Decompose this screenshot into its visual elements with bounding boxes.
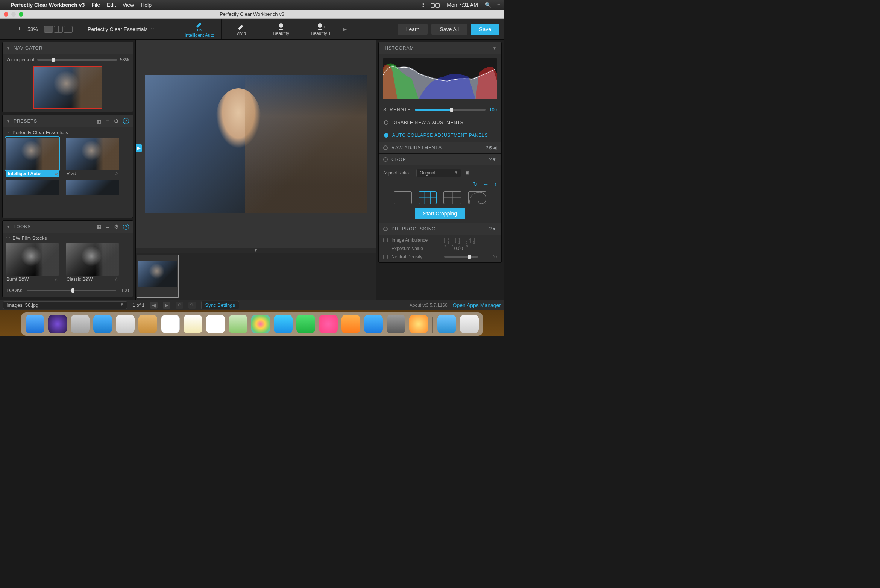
checkbox[interactable] xyxy=(383,238,388,242)
gear-icon[interactable]: ⚙ xyxy=(489,145,493,150)
auto-collapse-toggle[interactable]: AUTO COLLAPSE ADJUSTMENT PANELS xyxy=(379,129,501,142)
save-all-button[interactable]: Save All xyxy=(431,24,467,35)
preset-item-intelligent-auto[interactable]: Intelligent Auto☆ xyxy=(6,138,59,177)
spotlight-icon[interactable]: 🔍 xyxy=(485,2,491,8)
looks-strength-slider[interactable] xyxy=(27,290,117,291)
preset-thumbnail[interactable] xyxy=(6,180,59,195)
menubar-clock[interactable]: Mon 7:31 AM xyxy=(447,2,478,8)
presets-group-header[interactable]: ﹀ Perfectly Clear Essentials xyxy=(3,127,133,138)
list-view-icon[interactable]: ≡ xyxy=(105,224,110,230)
favorite-star-icon[interactable]: ☆ xyxy=(114,171,118,176)
crop-grid-none[interactable] xyxy=(394,191,412,204)
main-image-viewer[interactable] xyxy=(145,75,367,213)
dock-launchpad[interactable] xyxy=(71,315,90,333)
zoom-slider[interactable] xyxy=(37,59,117,61)
dock-pcw[interactable] xyxy=(409,315,428,333)
look-item-burnt-bw[interactable]: Burnt B&W☆ xyxy=(6,243,59,283)
gear-icon[interactable]: ⚙ xyxy=(113,224,120,230)
favorite-star-icon[interactable]: ☆ xyxy=(114,277,118,282)
window-close-button[interactable] xyxy=(4,12,8,17)
crop-header[interactable]: CROP ?▼ xyxy=(379,153,501,165)
grid-view-icon[interactable]: ▦ xyxy=(96,118,102,124)
menu-help[interactable]: Help xyxy=(141,2,152,8)
favorite-star-icon[interactable]: ☆ xyxy=(54,277,58,282)
dock-trash[interactable] xyxy=(460,315,479,333)
window-minimize-button[interactable] xyxy=(11,12,16,17)
dock-settings[interactable] xyxy=(387,315,405,333)
preset-tab-beautify[interactable]: Beautify xyxy=(261,19,301,39)
sync-settings-button[interactable]: Sync Settings xyxy=(201,301,240,309)
looks-group-header[interactable]: ﹀ BW Film Stocks xyxy=(3,233,133,243)
menu-edit[interactable]: Edit xyxy=(107,2,116,8)
zoom-out-button[interactable]: − xyxy=(3,25,12,33)
preset-tab-intelligent-auto[interactable]: HD Intelligent Auto xyxy=(178,19,222,39)
preset-tab-beautify-plus[interactable]: + Beautify + xyxy=(301,19,341,39)
dock-reminders[interactable] xyxy=(206,315,225,333)
help-icon[interactable]: ? xyxy=(123,118,129,124)
look-item-classic-bw[interactable]: Classic B&W☆ xyxy=(66,243,119,283)
dock-ibooks[interactable] xyxy=(341,315,360,333)
navigator-thumbnail[interactable] xyxy=(33,66,102,109)
prev-image-button[interactable]: ◀ xyxy=(150,302,158,309)
navigator-header[interactable]: ▼ NAVIGATOR xyxy=(3,42,133,54)
menu-view[interactable]: View xyxy=(123,2,134,8)
help-icon[interactable]: ? xyxy=(489,157,492,162)
preset-dropdown[interactable]: Perfectly Clear Essentials ﹀ xyxy=(88,26,155,32)
dock-safari[interactable] xyxy=(93,315,112,333)
dock-facetime[interactable] xyxy=(296,315,315,333)
dock-contacts[interactable] xyxy=(138,315,157,333)
dock-photos[interactable] xyxy=(251,315,270,333)
learn-button[interactable]: Learn xyxy=(398,24,428,35)
open-apps-manager-link[interactable]: Open Apps Manager xyxy=(453,302,501,308)
dock-mail[interactable] xyxy=(116,315,135,333)
zoom-in-button[interactable]: + xyxy=(15,25,24,33)
favorite-star-icon[interactable]: ☆ xyxy=(54,171,58,176)
view-single-icon[interactable] xyxy=(44,26,53,33)
neutral-density-slider[interactable] xyxy=(444,256,478,258)
crop-frame-icon[interactable]: ▣ xyxy=(465,170,469,176)
dock-finder[interactable] xyxy=(26,315,44,333)
undo-button[interactable]: ↶ xyxy=(176,302,183,309)
dock-downloads[interactable] xyxy=(437,315,456,333)
flip-horizontal-icon[interactable]: ↔ xyxy=(483,181,489,188)
crop-grid-center[interactable] xyxy=(443,191,461,204)
looks-header[interactable]: ▼ LOOKS ▦ ≡ ⚙ ? xyxy=(3,221,133,233)
flip-vertical-icon[interactable]: ↕ xyxy=(494,181,497,188)
crop-grid-thirds[interactable] xyxy=(419,191,437,204)
dock-appstore[interactable] xyxy=(364,315,383,333)
window-zoom-button[interactable] xyxy=(19,12,23,17)
view-split-icon[interactable] xyxy=(54,26,63,33)
preprocessing-header[interactable]: PREPROCESSING ?▼ xyxy=(379,223,501,235)
preset-tabs-next[interactable]: ▶ xyxy=(341,19,349,39)
start-cropping-button[interactable]: Start Cropping xyxy=(415,208,465,219)
grid-view-icon[interactable]: ▦ xyxy=(96,224,102,230)
crop-grid-golden[interactable] xyxy=(468,191,486,204)
redo-button[interactable]: ↷ xyxy=(188,302,196,309)
about-version-label[interactable]: About v:3.5.7.1166 xyxy=(410,303,448,308)
strength-slider[interactable] xyxy=(415,109,486,111)
help-icon[interactable]: ? xyxy=(123,224,129,230)
list-view-icon[interactable]: ≡ xyxy=(105,118,110,124)
aspect-ratio-select[interactable]: Original▼ xyxy=(416,169,461,177)
rotate-icon[interactable]: ↻ xyxy=(473,181,478,188)
collapse-icon[interactable]: ◀ xyxy=(493,145,497,150)
dock-itunes[interactable] xyxy=(319,315,338,333)
notification-center-icon[interactable]: ≡ xyxy=(497,2,500,8)
raw-adjustments-header[interactable]: RAW ADJUSTMENTS ?⚙◀ xyxy=(379,142,501,153)
menubar-app-title[interactable]: Perfectly Clear Workbench v3 xyxy=(11,2,85,8)
help-icon[interactable]: ? xyxy=(486,145,489,150)
preset-item-vivid[interactable]: Vivid☆ xyxy=(66,138,119,177)
dock-siri[interactable] xyxy=(48,315,67,333)
filmstrip-collapse-handle[interactable]: ▼ xyxy=(136,248,376,253)
dock-calendar[interactable] xyxy=(161,315,180,333)
preset-thumbnail[interactable] xyxy=(66,180,119,195)
status-icon-1[interactable]: ⟟ xyxy=(422,2,424,8)
filmstrip-item[interactable] xyxy=(137,255,179,298)
expand-left-handle[interactable]: ▶ xyxy=(136,144,142,152)
status-icon-displays[interactable]: ▢▢ xyxy=(430,2,440,8)
save-button[interactable]: Save xyxy=(471,24,499,35)
help-icon[interactable]: ? xyxy=(489,226,492,232)
dock-messages[interactable] xyxy=(274,315,293,333)
preset-tab-vivid[interactable]: Vivid xyxy=(222,19,261,39)
dock-maps[interactable] xyxy=(229,315,247,333)
